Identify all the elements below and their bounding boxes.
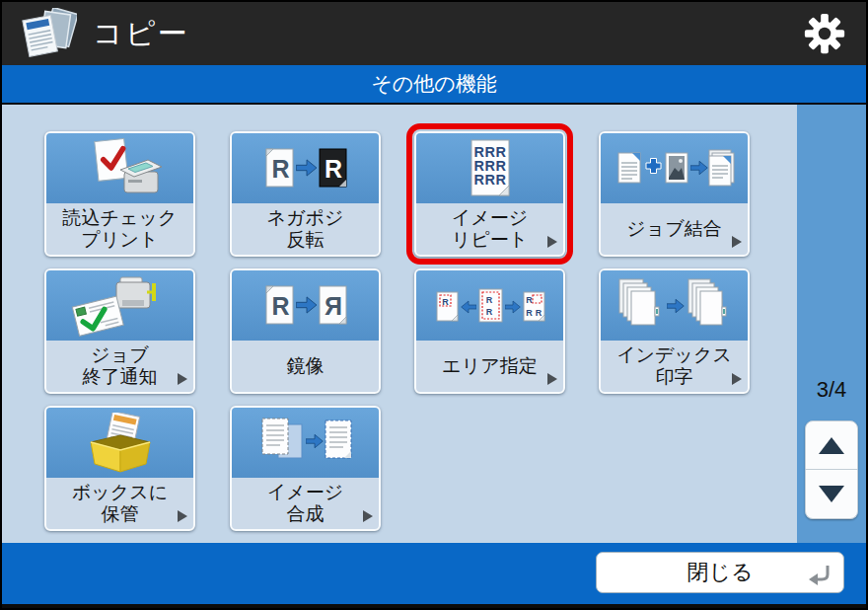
main-area: 読込チェック プリント R R ネガポジ 反転: [2, 105, 866, 543]
image-repeat-icon: RRR RRR RRR: [416, 133, 563, 203]
tile-label-line2: プリント: [82, 229, 159, 251]
area-designation-icon: R R R R R R: [416, 270, 563, 341]
feature-tile-job-end-notification[interactable]: ジョブ 終了通知: [44, 268, 195, 394]
return-arrow-icon: [808, 563, 832, 586]
feature-tile-index-print[interactable]: インデックス 印字: [599, 268, 750, 394]
bottom-edge: [2, 604, 866, 608]
feature-tile-area-designation[interactable]: R R R R R R エリア指定: [414, 268, 565, 394]
settings-button[interactable]: [801, 10, 848, 57]
svg-text:R: R: [485, 307, 495, 317]
svg-text:R: R: [526, 295, 533, 305]
feature-tile-image-repeat[interactable]: RRR RRR RRR イメージ リピート: [414, 131, 565, 257]
tile-label: イメージ 合成: [232, 478, 379, 529]
svg-text:R: R: [526, 308, 533, 318]
svg-text:R: R: [324, 292, 341, 320]
feature-tile-mirror-image[interactable]: R R 鏡像: [230, 268, 381, 394]
tile-label-line1: イメージ: [452, 207, 528, 229]
tile-label-line1: 読込チェック: [63, 207, 178, 229]
pager: [805, 420, 858, 519]
close-button[interactable]: 閉じる: [596, 552, 844, 593]
svg-text:RRR: RRR: [473, 172, 506, 188]
page-indicator: 3/4: [797, 377, 866, 403]
tile-label-line2: リピート: [452, 229, 528, 251]
tile-label-line1: エリア指定: [442, 355, 537, 377]
tile-label-line2: 印字: [656, 366, 693, 388]
tile-label: 鏡像: [232, 341, 379, 392]
tile-label-line1: ボックスに: [72, 482, 168, 503]
tile-label-line1: インデックス: [616, 344, 732, 366]
close-button-label: 閉じる: [687, 558, 753, 587]
image-composition-icon: [232, 408, 379, 478]
feature-tile-store-in-box[interactable]: ボックスに 保管: [44, 406, 195, 531]
svg-text:R: R: [324, 155, 341, 183]
tile-label: エリア指定: [416, 341, 563, 392]
tile-label-line2: 終了通知: [83, 366, 158, 388]
tile-label-line2: 保管: [102, 503, 139, 525]
svg-text:R: R: [271, 155, 289, 183]
copy-documents-icon: [20, 8, 77, 59]
submenu-arrow-icon: [547, 236, 557, 248]
tile-label: ネガポジ 反転: [232, 203, 379, 255]
tile-label-line1: イメージ: [267, 482, 343, 503]
down-arrow-icon: [819, 486, 844, 502]
tile-label-line1: ジョブ: [91, 344, 148, 366]
feature-tile-scan-check-print[interactable]: 読込チェック プリント: [44, 131, 195, 257]
svg-text:R: R: [271, 292, 289, 320]
job-end-notification-icon: [46, 270, 193, 341]
submenu-arrow-icon: [363, 510, 373, 522]
footer-bar: 閉じる: [2, 543, 866, 604]
negative-positive-invert-icon: R R: [232, 133, 379, 203]
job-combine-icon: [601, 133, 748, 203]
page-title: コピー: [93, 14, 188, 54]
tile-label: 読込チェック プリント: [46, 203, 193, 255]
tile-label-line2: 反転: [287, 229, 325, 251]
tile-label: ジョブ結合: [601, 203, 748, 255]
feature-tile-negative-positive-invert[interactable]: R R ネガポジ 反転: [230, 131, 381, 257]
app-header: コピー: [2, 2, 866, 65]
svg-text:R: R: [485, 295, 495, 305]
submenu-arrow-icon: [732, 373, 742, 385]
submenu-arrow-icon: [178, 510, 187, 522]
tile-label-line1: ネガポジ: [267, 207, 344, 229]
gear-icon: [802, 11, 847, 56]
submenu-arrow-icon: [732, 236, 742, 248]
svg-text:R: R: [442, 296, 449, 306]
tile-label: ジョブ 終了通知: [46, 341, 193, 392]
scan-check-print-icon: [46, 133, 193, 203]
svg-text:R: R: [535, 308, 542, 318]
tile-label-line2: 合成: [287, 503, 325, 525]
function-bar-title: その他の機能: [371, 70, 496, 98]
tile-label: インデックス 印字: [601, 341, 748, 392]
feature-tile-job-combine[interactable]: ジョブ結合: [599, 131, 750, 257]
function-bar: その他の機能: [2, 65, 866, 105]
mirror-image-icon: R R: [232, 270, 379, 341]
submenu-arrow-icon: [178, 373, 187, 385]
feature-tile-image-composition[interactable]: イメージ 合成: [230, 406, 381, 531]
tile-label: ボックスに 保管: [46, 478, 193, 529]
tile-label-line1: 鏡像: [287, 355, 325, 377]
tile-label: イメージ リピート: [416, 203, 563, 255]
submenu-arrow-icon: [547, 373, 557, 385]
store-in-box-icon: [46, 408, 193, 478]
index-print-icon: [601, 270, 748, 341]
tile-label-line1: ジョブ結合: [626, 218, 721, 240]
page-up-button[interactable]: [805, 420, 858, 470]
page-down-button[interactable]: [805, 470, 858, 519]
copier-touch-screen: コピー: [0, 0, 868, 610]
up-arrow-icon: [819, 437, 844, 454]
